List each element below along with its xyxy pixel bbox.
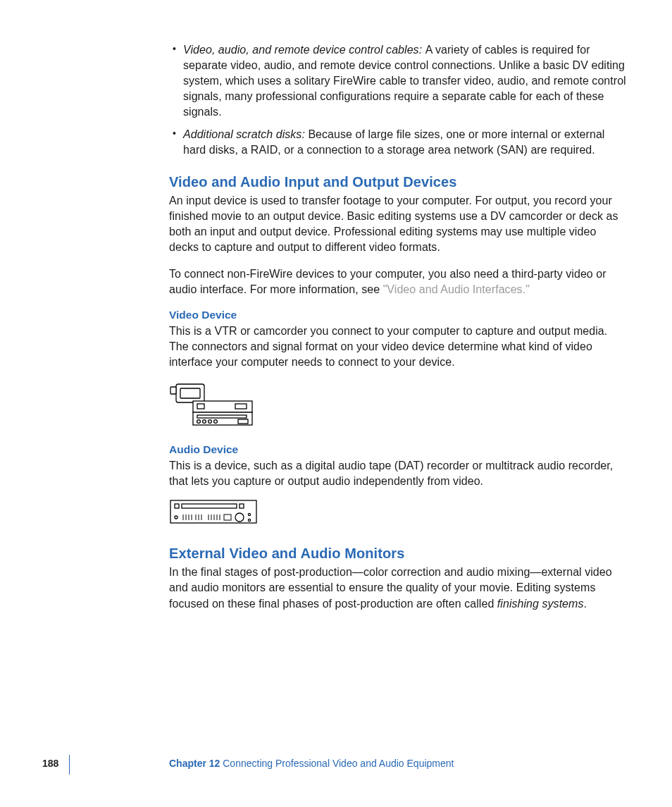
body-paragraph: To connect non-FireWire devices to your … xyxy=(169,266,627,297)
figure-audio-device xyxy=(169,499,627,530)
section-heading-io-devices: Video and Audio Input and Output Devices xyxy=(169,174,627,190)
svg-rect-14 xyxy=(182,504,237,508)
content-column: Video, audio, and remote device control … xyxy=(169,42,627,623)
page-footer: 188 Chapter 12 Connecting Professional V… xyxy=(0,758,672,773)
section-heading-external-monitors: External Video and Audio Monitors xyxy=(169,546,627,562)
camcorder-vtr-icon xyxy=(169,380,261,429)
footer-divider xyxy=(69,755,70,775)
svg-point-17 xyxy=(175,516,178,519)
bullet-item: Video, audio, and remote device control … xyxy=(169,42,627,120)
svg-rect-1 xyxy=(170,387,176,394)
figure-video-device xyxy=(169,380,627,432)
body-paragraph: This is a device, such as a digital audi… xyxy=(169,458,627,489)
bullet-lead: Additional scratch disks: xyxy=(183,128,308,140)
svg-rect-12 xyxy=(238,419,248,424)
svg-point-31 xyxy=(235,513,244,522)
svg-rect-15 xyxy=(175,504,179,508)
bullet-item: Additional scratch disks: Because of lar… xyxy=(169,127,627,158)
svg-rect-7 xyxy=(197,415,247,418)
body-emphasis: finishing systems xyxy=(497,598,584,610)
body-paragraph: An input device is used to transfer foot… xyxy=(169,193,627,255)
chapter-title: Connecting Professional Video and Audio … xyxy=(220,758,454,769)
body-text: . xyxy=(584,598,587,610)
page-number: 188 xyxy=(42,758,58,769)
chapter-label: Chapter 12 xyxy=(169,758,220,769)
svg-point-32 xyxy=(248,514,250,516)
audio-recorder-icon xyxy=(169,499,261,527)
bullet-list: Video, audio, and remote device control … xyxy=(169,42,627,159)
subsection-heading-audio-device: Audio Device xyxy=(169,443,627,456)
subsection-heading-video-device: Video Device xyxy=(169,309,627,321)
svg-rect-5 xyxy=(197,404,204,409)
svg-point-11 xyxy=(214,420,218,424)
svg-point-9 xyxy=(203,420,206,424)
svg-rect-2 xyxy=(180,388,200,398)
cross-reference-link[interactable]: "Video and Audio Interfaces." xyxy=(383,283,530,295)
svg-point-33 xyxy=(248,519,250,522)
page: Video, audio, and remote device control … xyxy=(0,0,672,807)
bullet-lead: Video, audio, and remote device control … xyxy=(183,44,425,56)
svg-rect-30 xyxy=(224,515,231,520)
body-paragraph: This is a VTR or camcorder you connect t… xyxy=(169,324,627,370)
svg-rect-6 xyxy=(235,404,247,409)
body-paragraph: In the final stages of post-production—c… xyxy=(169,565,627,611)
chapter-reference: Chapter 12 Connecting Professional Video… xyxy=(169,758,454,769)
svg-rect-16 xyxy=(239,504,244,508)
svg-point-8 xyxy=(197,420,201,424)
svg-point-10 xyxy=(209,420,212,424)
